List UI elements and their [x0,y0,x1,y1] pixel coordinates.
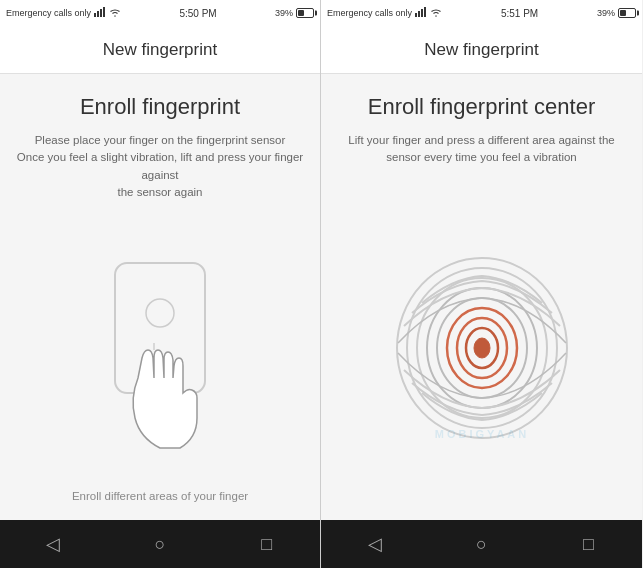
right-illustration: MOBIGYAAN [337,187,626,511]
svg-rect-0 [94,13,96,17]
right-status-bar: Emergency calls only 5:51 PM 39% [321,0,642,26]
battery-icon-left [296,8,314,18]
left-home-button[interactable]: ○ [135,520,185,568]
left-emergency-text: Emergency calls only [6,7,121,19]
left-title: New fingerprint [103,40,217,60]
right-nav-bar: ◁ ○ □ [321,520,642,568]
right-title-bar: New fingerprint [321,26,642,74]
wifi-icon-left [109,7,121,19]
right-emergency-text: Emergency calls only [327,7,442,19]
left-enroll-title: Enroll fingerprint [80,94,240,120]
svg-rect-2 [100,9,102,17]
left-enroll-desc: Please place your finger on the fingerpr… [16,132,304,201]
left-nav-bar: ◁ ○ □ [0,520,320,568]
svg-rect-1 [97,11,99,17]
fingerprint-illustration: MOBIGYAAN [382,248,582,448]
right-time: 5:51 PM [501,8,538,19]
signal-icon-right [415,7,427,19]
battery-percent-right: 39% [597,8,615,18]
svg-rect-9 [421,9,423,17]
svg-rect-7 [415,13,417,17]
left-back-button[interactable]: ◁ [28,520,78,568]
svg-point-5 [146,299,174,327]
left-bottom-label: Enroll different areas of your finger [72,490,248,502]
signal-icon [94,7,106,19]
right-content: Enroll fingerprint center Lift your fing… [321,74,642,520]
right-phone-screen: Emergency calls only 5:51 PM 39% New fin… [321,0,642,568]
left-title-bar: New fingerprint [0,26,320,74]
left-recents-button[interactable]: □ [242,520,292,568]
left-time: 5:50 PM [179,8,216,19]
left-content: Enroll fingerprint Please place your fin… [0,74,320,520]
svg-rect-8 [418,11,420,17]
right-title: New fingerprint [424,40,538,60]
right-enroll-desc: Lift your finger and press a different a… [348,132,614,167]
left-status-bar: Emergency calls only 5:50 PM 39% [0,0,320,26]
wifi-icon-right [430,7,442,19]
battery-percent-left: 39% [275,8,293,18]
hand-illustration [80,258,240,453]
svg-rect-10 [424,7,426,17]
right-enroll-title: Enroll fingerprint center [368,94,595,120]
left-illustration [16,221,304,490]
right-home-button[interactable]: ○ [457,520,507,568]
left-phone-screen: Emergency calls only 5:50 PM 39% New fin… [0,0,321,568]
svg-point-19 [474,338,490,358]
right-back-button[interactable]: ◁ [350,520,400,568]
right-recents-button[interactable]: □ [564,520,614,568]
svg-rect-3 [103,7,105,17]
right-status-right: 39% [597,8,636,18]
svg-text:MOBIGYAAN: MOBIGYAAN [434,428,528,440]
left-status-right: 39% [275,8,314,18]
battery-icon-right [618,8,636,18]
